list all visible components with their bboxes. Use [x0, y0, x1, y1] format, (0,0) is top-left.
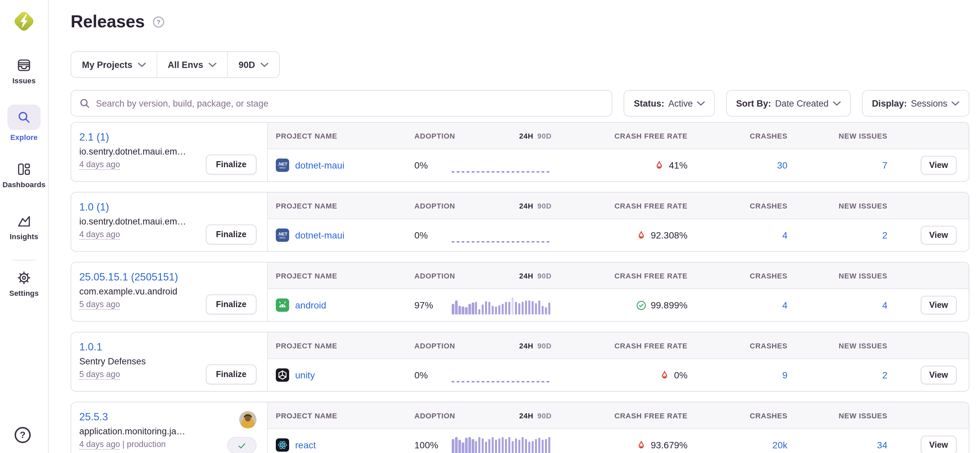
- column-new-issues: NEW ISSUES: [788, 412, 888, 420]
- release-package: Sentry Defenses: [79, 356, 146, 366]
- page-help-icon[interactable]: ?: [153, 16, 165, 28]
- view-button[interactable]: View: [920, 366, 957, 385]
- view-button[interactable]: View: [920, 226, 957, 245]
- crashes-link[interactable]: 4: [782, 230, 788, 240]
- release-info: 1.0 (1) io.sentry.dotnet.maui.em… 4 days…: [71, 192, 267, 251]
- project-link[interactable]: dotnet-maui: [295, 230, 344, 240]
- finalize-button[interactable]: Finalize: [206, 154, 256, 175]
- crashes-link[interactable]: 9: [782, 370, 788, 380]
- release-card: 1.0.1 Sentry Defenses 5 days ago Finaliz…: [71, 332, 969, 392]
- column-project-name: PROJECT NAME: [268, 272, 414, 280]
- page-filter-bar: My Projects All Envs 90D: [71, 51, 280, 78]
- project-link[interactable]: unity: [295, 370, 315, 380]
- release-info: 1.0.1 Sentry Defenses 5 days ago Finaliz…: [71, 332, 267, 391]
- column-24h-90d[interactable]: 24H90D: [452, 272, 557, 280]
- table-header: PROJECT NAME ADOPTION 24H90D CRASH FREE …: [268, 332, 969, 359]
- sentry-logo[interactable]: [11, 9, 37, 34]
- search-box[interactable]: [71, 90, 612, 117]
- view-button[interactable]: View: [920, 436, 957, 453]
- new-issues-link[interactable]: 2: [882, 230, 888, 240]
- sidebar-item-label: Dashboards: [2, 181, 45, 189]
- column-24h-90d[interactable]: 24H90D: [452, 342, 557, 350]
- release-timestamp[interactable]: 4 days ago: [79, 160, 186, 169]
- sidebar-divider: [12, 260, 36, 261]
- column-24h-90d[interactable]: 24H90D: [452, 202, 557, 210]
- sidebar-item-insights[interactable]: Insights: [0, 213, 48, 240]
- display-dropdown[interactable]: Display: Sessions: [862, 90, 969, 117]
- release-table: PROJECT NAME ADOPTION 24H90D CRASH FREE …: [267, 262, 969, 321]
- release-card: 25.5.3 application.monitoring.ja… 4 days…: [71, 402, 969, 453]
- table-row: react 100% 93.679% 20k 34 View: [268, 429, 969, 453]
- column-crashes: CRASHES: [687, 202, 788, 210]
- release-timestamp[interactable]: 5 days ago: [79, 370, 146, 379]
- release-version-link[interactable]: 1.0 (1): [79, 201, 109, 213]
- column-crash-free-rate: CRASH FREE RATE: [557, 132, 687, 140]
- finalize-button[interactable]: Finalize: [206, 224, 256, 245]
- display-dropdown-value: Sessions: [911, 98, 947, 108]
- finalize-button[interactable]: Finalize: [206, 294, 256, 315]
- release-timestamp[interactable]: 4 days ago | production: [79, 440, 185, 449]
- status-dropdown-value: Active: [668, 98, 693, 108]
- status-dropdown[interactable]: Status: Active: [624, 90, 715, 117]
- chevron-down-icon: [951, 101, 959, 106]
- finalize-button[interactable]: Finalize: [206, 364, 256, 385]
- column-24h-90d[interactable]: 24H90D: [452, 132, 557, 140]
- sidebar-item-dashboards[interactable]: Dashboards: [0, 161, 48, 189]
- environment-filter-label: All Envs: [168, 60, 204, 70]
- crashes-link[interactable]: 20k: [773, 440, 788, 450]
- date-range-filter[interactable]: 90D: [227, 52, 279, 77]
- project-link[interactable]: android: [295, 300, 326, 310]
- release-info: 25.5.3 application.monitoring.ja… 4 days…: [71, 402, 267, 453]
- crash-free-rate: 93.679%: [557, 440, 687, 450]
- fire-icon: [660, 370, 670, 380]
- new-issues-link[interactable]: 2: [882, 370, 888, 380]
- help-button[interactable]: ?: [13, 426, 35, 447]
- column-adoption: ADOPTION: [414, 272, 452, 280]
- adoption-value: 100%: [414, 440, 452, 450]
- new-issues-link[interactable]: 7: [882, 160, 888, 170]
- svg-text:MAUI: MAUI: [280, 236, 285, 239]
- project-link[interactable]: react: [295, 440, 316, 450]
- view-button[interactable]: View: [920, 156, 957, 175]
- column-new-issues: NEW ISSUES: [788, 202, 888, 210]
- dotnet-maui-icon: .NET MAUI: [276, 229, 289, 242]
- sidebar-item-label: Insights: [10, 232, 38, 240]
- adoption-sparkline: [452, 296, 552, 315]
- project-link[interactable]: dotnet-maui: [295, 160, 344, 170]
- crashes-link[interactable]: 4: [782, 300, 788, 310]
- adoption-value: 0%: [414, 370, 452, 380]
- release-version-link[interactable]: 25.05.15.1 (2505151): [79, 271, 178, 283]
- sidebar-item-issues[interactable]: Issues: [0, 57, 48, 84]
- column-24h-90d[interactable]: 24H90D: [452, 412, 557, 420]
- release-version-link[interactable]: 2.1 (1): [79, 131, 109, 143]
- adoption-sparkline: [452, 226, 552, 245]
- table-row: unity 0% 0% 9 2 View: [268, 359, 969, 391]
- release-version-link[interactable]: 25.5.3: [79, 411, 108, 423]
- sidebar-item-settings[interactable]: Settings: [0, 270, 48, 297]
- sidebar-item-explore[interactable]: Explore: [0, 105, 48, 141]
- view-button[interactable]: View: [920, 296, 957, 315]
- new-issues-link[interactable]: 34: [877, 440, 888, 450]
- release-timestamp[interactable]: 5 days ago: [79, 300, 178, 309]
- release-package: com.example.vu.android: [79, 286, 178, 296]
- sort-by-dropdown-value: Date Created: [775, 98, 829, 108]
- column-project-name: PROJECT NAME: [268, 202, 414, 210]
- release-timestamp[interactable]: 4 days ago: [79, 230, 186, 239]
- release-package: io.sentry.dotnet.maui.em…: [79, 146, 186, 157]
- release-version-link[interactable]: 1.0.1: [79, 341, 102, 353]
- environment-filter[interactable]: All Envs: [157, 52, 228, 77]
- release-table: PROJECT NAME ADOPTION 24H90D CRASH FREE …: [267, 332, 969, 391]
- project-filter[interactable]: My Projects: [71, 52, 157, 77]
- android-icon: [276, 299, 289, 312]
- adoption-value: 0%: [414, 160, 452, 170]
- new-issues-link[interactable]: 4: [882, 300, 888, 310]
- search-input[interactable]: [96, 98, 604, 108]
- unity-icon: [276, 369, 289, 382]
- finalized-check-pill: [227, 437, 256, 453]
- release-info: 2.1 (1) io.sentry.dotnet.maui.em… 4 days…: [71, 122, 267, 181]
- crashes-link[interactable]: 30: [777, 160, 788, 170]
- avatar: [239, 411, 256, 428]
- column-crash-free-rate: CRASH FREE RATE: [557, 202, 687, 210]
- sort-by-dropdown[interactable]: Sort By: Date Created: [726, 90, 851, 117]
- chevron-down-icon: [697, 101, 705, 106]
